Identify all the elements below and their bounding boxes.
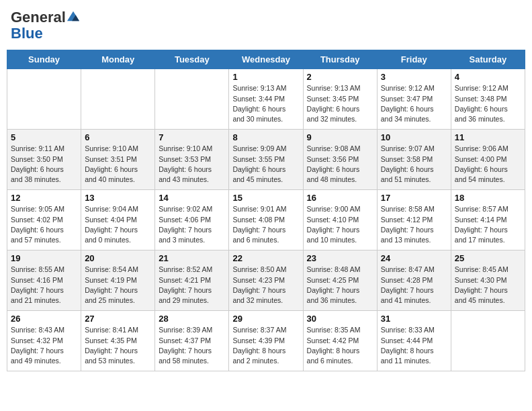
empty-cell <box>81 69 155 130</box>
logo-triangle-icon <box>67 10 79 22</box>
day-cell-30: 30Sunrise: 8:35 AMSunset: 4:42 PMDayligh… <box>303 311 377 371</box>
day-cell-7: 7Sunrise: 9:10 AMSunset: 3:53 PMDaylight… <box>155 130 229 190</box>
day-number: 6 <box>85 132 151 142</box>
day-cell-5: 5Sunrise: 9:11 AMSunset: 3:50 PMDaylight… <box>7 130 81 190</box>
day-number: 30 <box>307 314 373 324</box>
day-number: 16 <box>307 193 373 203</box>
day-info: Sunrise: 9:12 AMSunset: 3:48 PMDaylight:… <box>455 83 521 124</box>
day-number: 27 <box>85 314 151 324</box>
day-cell-10: 10Sunrise: 9:07 AMSunset: 3:58 PMDayligh… <box>377 130 451 190</box>
day-cell-26: 26Sunrise: 8:43 AMSunset: 4:32 PMDayligh… <box>7 311 81 371</box>
day-info: Sunrise: 9:09 AMSunset: 3:55 PMDaylight:… <box>232 144 299 185</box>
day-cell-24: 24Sunrise: 8:47 AMSunset: 4:28 PMDayligh… <box>377 250 451 311</box>
day-cell-14: 14Sunrise: 9:02 AMSunset: 4:06 PMDayligh… <box>155 190 229 250</box>
day-number: 20 <box>85 253 151 263</box>
day-number: 25 <box>455 253 521 263</box>
day-number: 7 <box>159 132 225 142</box>
day-info: Sunrise: 9:10 AMSunset: 3:53 PMDaylight:… <box>159 144 225 185</box>
day-info: Sunrise: 8:39 AMSunset: 4:37 PMDaylight:… <box>159 325 225 366</box>
weekday-header-monday: Monday <box>81 50 155 69</box>
day-cell-15: 15Sunrise: 9:01 AMSunset: 4:08 PMDayligh… <box>229 190 303 250</box>
calendar-table: SundayMondayTuesdayWednesdayThursdayFrid… <box>7 50 525 371</box>
day-number: 17 <box>381 193 447 203</box>
day-cell-23: 23Sunrise: 8:48 AMSunset: 4:25 PMDayligh… <box>303 250 377 311</box>
day-cell-4: 4Sunrise: 9:12 AMSunset: 3:48 PMDaylight… <box>451 69 525 130</box>
day-number: 14 <box>159 193 225 203</box>
day-number: 18 <box>455 193 521 203</box>
day-info: Sunrise: 9:12 AMSunset: 3:47 PMDaylight:… <box>381 83 447 124</box>
day-info: Sunrise: 8:48 AMSunset: 4:25 PMDaylight:… <box>307 265 373 306</box>
week-row-4: 19Sunrise: 8:55 AMSunset: 4:16 PMDayligh… <box>7 250 525 311</box>
day-number: 12 <box>11 193 77 203</box>
day-cell-31: 31Sunrise: 8:33 AMSunset: 4:44 PMDayligh… <box>377 311 451 371</box>
day-info: Sunrise: 8:50 AMSunset: 4:23 PMDaylight:… <box>232 265 299 306</box>
day-number: 19 <box>11 253 77 263</box>
day-info: Sunrise: 9:10 AMSunset: 3:51 PMDaylight:… <box>85 144 151 185</box>
day-number: 5 <box>11 132 77 142</box>
day-number: 15 <box>232 193 299 203</box>
day-info: Sunrise: 8:45 AMSunset: 4:30 PMDaylight:… <box>455 265 521 306</box>
day-info: Sunrise: 8:55 AMSunset: 4:16 PMDaylight:… <box>11 265 77 306</box>
day-cell-17: 17Sunrise: 8:58 AMSunset: 4:12 PMDayligh… <box>377 190 451 250</box>
day-cell-13: 13Sunrise: 9:04 AMSunset: 4:04 PMDayligh… <box>81 190 155 250</box>
logo-general: General <box>11 9 66 26</box>
day-number: 4 <box>455 72 521 82</box>
day-number: 24 <box>381 253 447 263</box>
day-cell-21: 21Sunrise: 8:52 AMSunset: 4:21 PMDayligh… <box>155 250 229 311</box>
day-cell-18: 18Sunrise: 8:57 AMSunset: 4:14 PMDayligh… <box>451 190 525 250</box>
day-info: Sunrise: 9:07 AMSunset: 3:58 PMDaylight:… <box>381 144 447 185</box>
day-number: 23 <box>307 253 373 263</box>
day-info: Sunrise: 9:13 AMSunset: 3:45 PMDaylight:… <box>307 83 373 124</box>
day-info: Sunrise: 9:00 AMSunset: 4:10 PMDaylight:… <box>307 204 373 245</box>
day-cell-22: 22Sunrise: 8:50 AMSunset: 4:23 PMDayligh… <box>229 250 303 311</box>
weekday-header-thursday: Thursday <box>303 50 377 69</box>
day-info: Sunrise: 8:58 AMSunset: 4:12 PMDaylight:… <box>381 204 447 245</box>
day-cell-2: 2Sunrise: 9:13 AMSunset: 3:45 PMDaylight… <box>303 69 377 130</box>
day-info: Sunrise: 8:54 AMSunset: 4:19 PMDaylight:… <box>85 265 151 306</box>
empty-cell <box>155 69 229 130</box>
day-number: 29 <box>232 314 299 324</box>
day-cell-6: 6Sunrise: 9:10 AMSunset: 3:51 PMDaylight… <box>81 130 155 190</box>
day-cell-25: 25Sunrise: 8:45 AMSunset: 4:30 PMDayligh… <box>451 250 525 311</box>
day-cell-12: 12Sunrise: 9:05 AMSunset: 4:02 PMDayligh… <box>7 190 81 250</box>
day-number: 10 <box>381 132 447 142</box>
day-cell-16: 16Sunrise: 9:00 AMSunset: 4:10 PMDayligh… <box>303 190 377 250</box>
day-number: 21 <box>159 253 225 263</box>
page-header: General Blue <box>7 7 525 44</box>
weekday-header-tuesday: Tuesday <box>155 50 229 69</box>
day-info: Sunrise: 9:06 AMSunset: 4:00 PMDaylight:… <box>455 144 521 185</box>
day-number: 1 <box>232 72 299 82</box>
day-number: 2 <box>307 72 373 82</box>
day-cell-8: 8Sunrise: 9:09 AMSunset: 3:55 PMDaylight… <box>229 130 303 190</box>
day-info: Sunrise: 8:47 AMSunset: 4:28 PMDaylight:… <box>381 265 447 306</box>
day-info: Sunrise: 9:02 AMSunset: 4:06 PMDaylight:… <box>159 204 225 245</box>
empty-cell <box>7 69 81 130</box>
day-number: 28 <box>159 314 225 324</box>
day-cell-9: 9Sunrise: 9:08 AMSunset: 3:56 PMDaylight… <box>303 130 377 190</box>
day-cell-3: 3Sunrise: 9:12 AMSunset: 3:47 PMDaylight… <box>377 69 451 130</box>
day-info: Sunrise: 8:35 AMSunset: 4:42 PMDaylight:… <box>307 325 373 366</box>
weekday-header-saturday: Saturday <box>451 50 525 69</box>
day-cell-19: 19Sunrise: 8:55 AMSunset: 4:16 PMDayligh… <box>7 250 81 311</box>
empty-cell <box>451 311 525 371</box>
day-info: Sunrise: 9:04 AMSunset: 4:04 PMDaylight:… <box>85 204 151 245</box>
day-number: 22 <box>232 253 299 263</box>
day-info: Sunrise: 9:05 AMSunset: 4:02 PMDaylight:… <box>11 204 77 245</box>
day-number: 8 <box>232 132 299 142</box>
week-row-3: 12Sunrise: 9:05 AMSunset: 4:02 PMDayligh… <box>7 190 525 250</box>
logo-blue: Blue <box>11 25 43 42</box>
day-cell-28: 28Sunrise: 8:39 AMSunset: 4:37 PMDayligh… <box>155 311 229 371</box>
weekday-header-sunday: Sunday <box>7 50 81 69</box>
day-cell-27: 27Sunrise: 8:41 AMSunset: 4:35 PMDayligh… <box>81 311 155 371</box>
weekday-header-wednesday: Wednesday <box>229 50 303 69</box>
day-number: 3 <box>381 72 447 82</box>
week-row-5: 26Sunrise: 8:43 AMSunset: 4:32 PMDayligh… <box>7 311 525 371</box>
logo: General Blue <box>11 9 79 42</box>
weekday-header-friday: Friday <box>377 50 451 69</box>
week-row-2: 5Sunrise: 9:11 AMSunset: 3:50 PMDaylight… <box>7 130 525 190</box>
day-info: Sunrise: 8:37 AMSunset: 4:39 PMDaylight:… <box>232 325 299 366</box>
day-info: Sunrise: 9:08 AMSunset: 3:56 PMDaylight:… <box>307 144 373 185</box>
day-number: 26 <box>11 314 77 324</box>
day-info: Sunrise: 9:13 AMSunset: 3:44 PMDaylight:… <box>232 83 299 124</box>
day-info: Sunrise: 8:43 AMSunset: 4:32 PMDaylight:… <box>11 325 77 366</box>
